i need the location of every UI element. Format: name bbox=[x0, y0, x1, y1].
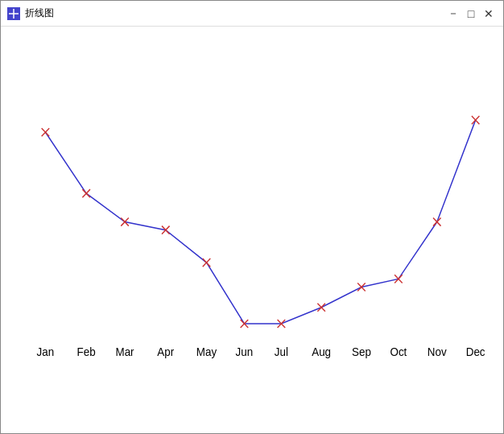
close-button[interactable]: ✕ bbox=[481, 6, 497, 22]
label-jan: Jan bbox=[37, 346, 55, 358]
label-may: May bbox=[196, 346, 217, 358]
chart-area: Jan Feb Mar Apr May Jun Jul Aug Sep Oct … bbox=[1, 27, 503, 433]
label-apr: Apr bbox=[157, 346, 174, 358]
line-chart: Jan Feb Mar Apr May Jun Jul Aug Sep Oct … bbox=[17, 43, 487, 393]
point-feb bbox=[82, 189, 90, 197]
point-dec bbox=[472, 116, 480, 124]
label-nov: Nov bbox=[428, 346, 447, 358]
label-aug: Aug bbox=[312, 346, 331, 358]
label-feb: Feb bbox=[77, 346, 96, 358]
label-sep: Sep bbox=[352, 346, 371, 358]
window-icon bbox=[7, 7, 20, 20]
label-dec: Dec bbox=[466, 346, 485, 358]
maximize-button[interactable]: □ bbox=[463, 6, 479, 22]
point-jan bbox=[42, 128, 50, 136]
label-jun: Jun bbox=[236, 346, 254, 358]
window-controls: － □ ✕ bbox=[445, 6, 497, 22]
point-nov bbox=[433, 218, 441, 226]
minimize-button[interactable]: － bbox=[445, 6, 461, 22]
window-title: 折线图 bbox=[25, 6, 54, 20]
chart-line bbox=[45, 120, 475, 324]
point-may bbox=[203, 258, 211, 267]
label-mar: Mar bbox=[116, 346, 134, 358]
title-bar: 折线图 － □ ✕ bbox=[1, 1, 503, 27]
point-aug bbox=[317, 304, 325, 312]
title-bar-left: 折线图 bbox=[7, 6, 54, 20]
label-oct: Oct bbox=[390, 346, 407, 358]
main-window: 折线图 － □ ✕ bbox=[0, 0, 504, 434]
label-jul: Jul bbox=[275, 346, 288, 358]
